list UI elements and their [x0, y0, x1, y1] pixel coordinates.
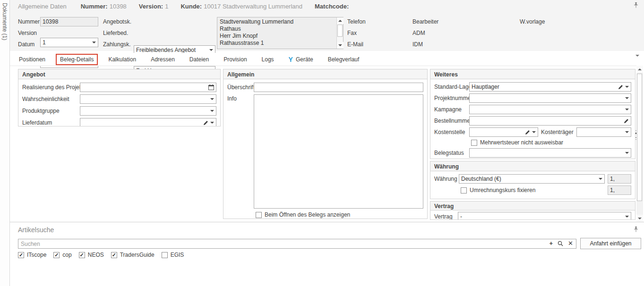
chevron-down-icon[interactable] — [210, 98, 214, 100]
search-icon[interactable] — [558, 241, 563, 246]
open-on-open-checkbox[interactable] — [256, 212, 262, 218]
add-icon[interactable]: + — [550, 240, 553, 246]
chevron-down-icon[interactable] — [532, 131, 536, 133]
version-dropdown[interactable]: 1 — [40, 38, 98, 47]
egis-checkbox[interactable] — [162, 252, 168, 258]
version-label: Version — [18, 30, 37, 36]
document-title-row: Allgemeine Daten Nummer:10398 Version:1 … — [18, 3, 363, 10]
customer-address-text: Stadtverwaltung Lummerland Rathaus Herr … — [220, 18, 335, 48]
tradersguide-checkbox[interactable] — [111, 252, 117, 258]
close-icon[interactable]: ✕ — [568, 240, 573, 246]
tab-logs[interactable]: Logs — [258, 54, 278, 65]
umrechnungskurs-checkbox[interactable] — [461, 187, 467, 193]
chevron-down-icon[interactable] — [92, 42, 96, 43]
scrollbar-thumb[interactable] — [637, 74, 642, 201]
chevron-down-icon[interactable] — [625, 86, 629, 88]
nummer-label: Nummer — [18, 18, 40, 25]
document-header-section: Allgemeine Daten Nummer:10398 Version:1 … — [10, 0, 644, 51]
kurs-field: 1, — [608, 174, 631, 184]
kostenstelle-dropdown[interactable] — [469, 127, 538, 137]
kostentraeger-dropdown[interactable] — [576, 127, 631, 137]
realisierung-field[interactable] — [80, 83, 216, 92]
egis-checkbox-label: EGIS — [171, 252, 184, 258]
tab-belegverlauf[interactable]: Belegverlauf — [324, 54, 364, 65]
tab-overflow-chevron-icon[interactable] — [635, 57, 639, 63]
chevron-down-icon[interactable] — [625, 216, 629, 218]
datum-label: Datum — [18, 41, 34, 48]
tab-geraete[interactable]: YGeräte — [284, 54, 318, 65]
cop-checkbox[interactable] — [53, 252, 60, 258]
chevron-down-icon[interactable] — [625, 131, 629, 133]
standard-lager-label: Standard-Lager — [434, 84, 469, 90]
matchcode-title-label: Matchcode: — [315, 3, 349, 10]
waehrung-dropdown[interactable]: Deutschland (€) — [459, 174, 605, 184]
scroll-down-icon[interactable] — [636, 215, 643, 222]
scroll-down-icon[interactable] — [337, 42, 343, 49]
version-title-value: 1 — [165, 3, 168, 10]
chevron-down-icon[interactable] — [625, 97, 629, 99]
tab-dateien[interactable]: Dateien — [185, 54, 213, 65]
kampagne-dropdown[interactable] — [469, 105, 631, 114]
app-window: Dokumente (1) Allgemeine Daten Nummer:10… — [0, 0, 644, 286]
lieferdatum-field[interactable] — [80, 118, 216, 126]
anfahrt-einfuegen-button[interactable]: Anfahrt einfügen — [580, 238, 641, 249]
chevron-down-icon[interactable] — [210, 122, 214, 124]
pencil-icon[interactable] — [618, 84, 623, 90]
chevron-down-icon[interactable] — [210, 110, 214, 112]
nummer-field: 10398 — [40, 17, 98, 26]
chevron-down-icon[interactable] — [625, 152, 629, 154]
page-title: Allgemeine Daten — [18, 3, 67, 10]
adm-label: ADM — [412, 30, 425, 36]
scroll-up-icon[interactable] — [636, 66, 643, 73]
article-search-input[interactable] — [18, 239, 576, 249]
standard-lager-dropdown[interactable]: Hauptlager — [469, 82, 631, 92]
chevron-down-icon[interactable] — [599, 178, 602, 180]
tab-adressen[interactable]: Adressen — [146, 54, 179, 65]
produktgruppe-label: Produktgruppe — [22, 108, 80, 114]
tab-kalkulation[interactable]: Kalkulation — [104, 54, 140, 65]
tab-beleg-details[interactable]: Beleg-Details — [56, 54, 98, 65]
itscope-checkbox[interactable] — [18, 252, 24, 258]
tab-positionen[interactable]: Positionen — [15, 54, 50, 65]
mwst-checkbox-label: Mehrwertsteuer nicht ausweisbar — [480, 139, 563, 146]
main-scrollbar[interactable] — [636, 66, 643, 222]
zahlungsk-label: Zahlungsk. — [103, 41, 131, 48]
produktgruppe-dropdown[interactable] — [80, 106, 216, 116]
open-on-open-checkbox-label: Beim Öffnen des Belegs anzeigen — [265, 211, 350, 218]
content-divider — [10, 66, 636, 66]
dokumente-dock-label[interactable]: Dokumente (1) — [1, 3, 8, 40]
angebotsk-label: Angebotsk. — [103, 18, 131, 25]
pin-icon[interactable] — [634, 2, 638, 9]
scroll-up-icon[interactable] — [337, 17, 343, 24]
angebot-panel-title: Angebot — [18, 69, 220, 79]
tab-provision[interactable]: Provision — [219, 54, 251, 65]
bestellnummer-input[interactable] — [469, 116, 631, 126]
customer-address-box[interactable]: Stadtverwaltung Lummerland Rathaus Herr … — [217, 17, 343, 49]
address-scrollbar[interactable] — [336, 17, 343, 49]
idm-label: IDM — [412, 41, 423, 48]
pencil-icon[interactable] — [624, 118, 629, 124]
mwst-checkbox[interactable] — [471, 140, 477, 146]
article-search-box: + ✕ — [18, 239, 576, 249]
chevron-down-icon[interactable] — [625, 109, 629, 110]
pin-icon[interactable] — [634, 227, 638, 234]
allgemein-panel: Allgemein Überschrift Info Beim Öffnen d… — [223, 69, 428, 219]
info-textarea[interactable] — [254, 94, 423, 209]
weiteres-panel: Weiteres Standard-Lager Hauptlager Proje… — [430, 69, 635, 159]
info-label: Info — [227, 95, 254, 102]
pencil-icon[interactable] — [203, 120, 208, 126]
belegstatus-dropdown[interactable] — [469, 148, 631, 158]
ueberschrift-input[interactable] — [254, 83, 423, 92]
search-source-filters: ITscope cop NEOS TradersGuide EGIS — [18, 252, 184, 258]
calendar-icon[interactable] — [208, 84, 214, 90]
scrollbar-thumb[interactable] — [337, 25, 343, 37]
belegstatus-label: Belegstatus — [434, 150, 469, 156]
allgemein-panel-title: Allgemein — [223, 69, 427, 79]
projektnummer-dropdown[interactable] — [469, 93, 631, 103]
neos-checkbox[interactable] — [79, 252, 85, 258]
chevron-down-icon[interactable] — [209, 49, 213, 51]
wahrscheinlichkeit-dropdown[interactable] — [80, 94, 216, 104]
pencil-icon[interactable] — [525, 130, 530, 135]
vertrag-dropdown[interactable]: - — [458, 212, 631, 220]
dokumente-dock-strip[interactable]: Dokumente (1) — [0, 0, 10, 286]
